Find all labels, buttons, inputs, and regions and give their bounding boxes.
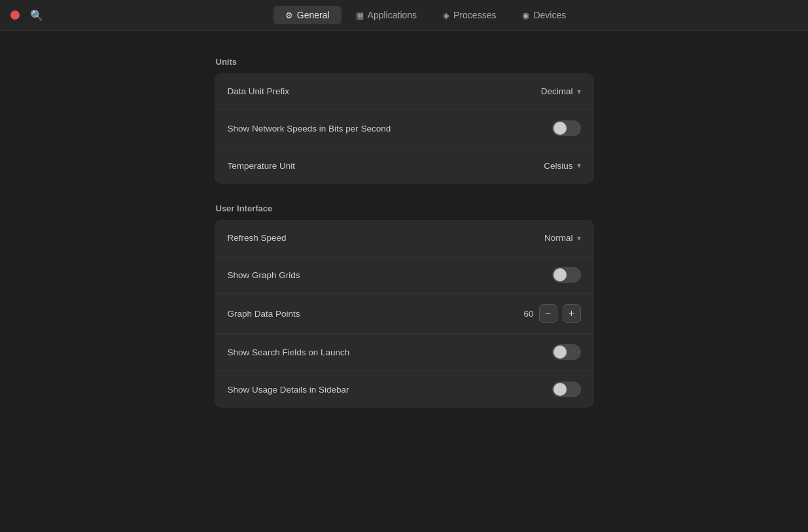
tab-general[interactable]: ⚙ General [273,6,342,24]
show-graph-grids-control [552,267,581,283]
show-network-speeds-control [552,120,581,136]
ui-card: Refresh Speed Normal ▾ Show Graph Grids … [215,220,594,408]
refresh-speed-value: Normal [544,233,573,243]
search-icon: 🔍 [30,9,43,22]
data-unit-prefix-value: Decimal [541,86,573,96]
toggle-knob-3 [553,346,567,359]
graph-data-points-increment[interactable]: + [563,304,581,323]
chevron-down-icon-3: ▾ [577,234,581,243]
show-search-fields-label: Show Search Fields on Launch [228,347,350,357]
graph-data-points-stepper: 60 − + [518,304,581,323]
units-card: Data Unit Prefix Decimal ▾ Show Network … [215,73,594,184]
show-graph-grids-row: Show Graph Grids [215,257,594,294]
show-network-speeds-toggle[interactable] [552,120,581,136]
tab-bar: ⚙ General ▦ Applications ◈ Processes ◉ D… [273,6,578,24]
toggle-knob-4 [553,383,567,396]
show-usage-details-toggle[interactable] [552,381,581,397]
main-content: Units Data Unit Prefix Decimal ▾ Show Ne… [0,31,808,532]
temperature-unit-value: Celsius [544,161,572,171]
show-usage-details-control [552,381,581,397]
graph-data-points-row: Graph Data Points 60 − + [215,294,594,334]
data-unit-prefix-dropdown[interactable]: Decimal ▾ [541,86,581,96]
toggle-knob-2 [553,268,567,281]
settings-container: Units Data Unit Prefix Decimal ▾ Show Ne… [215,57,594,427]
graph-data-points-value: 60 [518,309,534,319]
plus-icon: + [569,308,574,319]
temperature-unit-row: Temperature Unit Celsius ▾ [215,147,594,184]
show-graph-grids-toggle[interactable] [552,267,581,283]
show-search-fields-control [552,344,581,360]
data-unit-prefix-row: Data Unit Prefix Decimal ▾ [215,73,594,110]
show-graph-grids-label: Show Graph Grids [228,270,300,280]
tab-processes[interactable]: ◈ Processes [431,6,508,24]
refresh-speed-row: Refresh Speed Normal ▾ [215,220,594,257]
show-usage-details-label: Show Usage Details in Sidebar [228,385,349,395]
toggle-knob [553,122,567,135]
temperature-unit-dropdown[interactable]: Celsius ▾ [544,161,580,171]
tab-applications[interactable]: ▦ Applications [344,6,429,24]
show-search-fields-toggle[interactable] [552,344,581,360]
ui-section-title: User Interface [215,204,594,213]
chevron-down-icon-2: ▾ [577,161,581,170]
show-network-speeds-row: Show Network Speeds in Bits per Second [215,110,594,147]
traffic-light-close[interactable] [10,10,20,20]
devices-icon: ◉ [522,10,529,20]
applications-icon: ▦ [356,10,364,20]
show-search-fields-row: Show Search Fields on Launch [215,334,594,371]
general-icon: ⚙ [285,10,293,20]
minus-icon: − [545,308,551,319]
show-network-speeds-label: Show Network Speeds in Bits per Second [228,124,391,133]
chevron-down-icon: ▾ [577,87,581,96]
units-section-title: Units [215,57,594,67]
show-usage-details-row: Show Usage Details in Sidebar [215,371,594,408]
data-unit-prefix-label: Data Unit Prefix [228,86,290,96]
graph-data-points-label: Graph Data Points [228,309,300,319]
refresh-speed-dropdown[interactable]: Normal ▾ [544,233,581,243]
temperature-unit-label: Temperature Unit [228,161,296,171]
topbar: 🔍 ⚙ General ▦ Applications ◈ Processes ◉… [0,0,808,31]
processes-icon: ◈ [443,10,449,20]
graph-data-points-decrement[interactable]: − [539,304,557,323]
tab-devices[interactable]: ◉ Devices [510,6,578,24]
search-button[interactable]: 🔍 [27,7,46,24]
refresh-speed-label: Refresh Speed [228,233,287,243]
